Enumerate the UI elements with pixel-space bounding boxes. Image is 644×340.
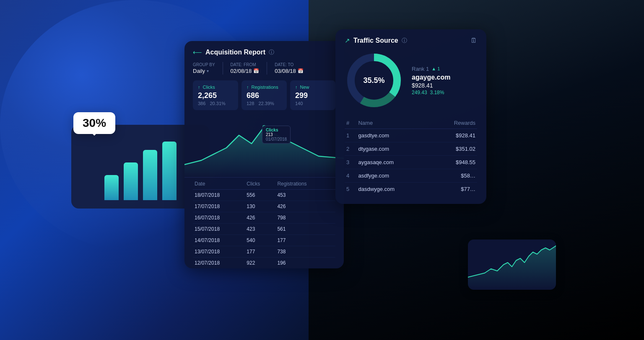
line-chart-svg bbox=[184, 110, 344, 177]
cell-name: dtygase.com bbox=[356, 142, 431, 156]
cell-rewards: $58… bbox=[431, 169, 477, 183]
col-num: # bbox=[345, 117, 356, 129]
donut-section: 35.5% Rank 1 ▲ 1 agayge.com $928.41 249.… bbox=[345, 51, 477, 110]
domain-sub: 249.43 3.18% bbox=[412, 90, 477, 95]
filter-date-to-label: Date: To bbox=[275, 62, 304, 67]
stats-row: ↑ Clicks 2,265 386 20.31% ↑ Registration… bbox=[193, 80, 335, 110]
cell-clicks: 540 bbox=[245, 235, 275, 246]
calendar-icon-to: 📅 bbox=[298, 68, 304, 74]
acq-header: ⟵ Acquisition Report ⓘ bbox=[193, 49, 335, 56]
stat-name-reg: Registrations bbox=[252, 85, 278, 90]
cell-num: 1 bbox=[345, 129, 356, 142]
donut-chart-wrap: 35.5% bbox=[345, 51, 403, 110]
cell-num: 5 bbox=[345, 183, 356, 196]
filter-date-from-value[interactable]: 02/08/18 📅 bbox=[231, 68, 260, 74]
mini-chart-svg bbox=[468, 240, 556, 290]
stat-name-new: New bbox=[300, 85, 309, 90]
bar-4 bbox=[162, 142, 177, 200]
donut-center-label: 35.5% bbox=[363, 76, 384, 85]
chevron-down-icon: ▾ bbox=[207, 69, 209, 73]
cell-date: 18/07/2018 bbox=[193, 190, 245, 201]
acq-table: Date Clicks Registrations 18/07/2018 556… bbox=[184, 177, 344, 268]
percent-value: 30% bbox=[83, 116, 106, 129]
table-row: 2 dtygase.com $351.02 bbox=[345, 142, 477, 156]
rank-change: ▲ 1 bbox=[431, 66, 440, 71]
calendar-icon-from: 📅 bbox=[253, 68, 259, 74]
filter-group-by: Group by Daily ▾ bbox=[193, 62, 215, 74]
rank-label: Rank 1 bbox=[412, 66, 429, 72]
stat-value-clicks: 2,265 bbox=[198, 91, 233, 100]
cell-clicks: 426 bbox=[245, 212, 275, 224]
bar-3 bbox=[143, 150, 157, 200]
acq-filters: Group by Daily ▾ Date: From 02/08/18 📅 D… bbox=[193, 62, 335, 75]
traffic-data-table: # Name Rewards 1 gasdtye.com $928.412 dt… bbox=[345, 117, 477, 196]
cell-date: 17/07/2018 bbox=[193, 201, 245, 212]
line-chart-area: Clicks 213 01/07/2018 bbox=[184, 110, 344, 177]
filter-group-by-value[interactable]: Daily ▾ bbox=[193, 68, 215, 74]
stat-header-reg: ↑ Registrations bbox=[247, 85, 282, 90]
table-row: 14/07/2018 540 177 bbox=[193, 235, 335, 246]
cell-date: 12/07/2018 bbox=[193, 258, 245, 269]
arrow-up-icon-clicks: ↑ bbox=[198, 85, 200, 90]
traffic-title: Traffic Source bbox=[353, 37, 398, 44]
cell-rewards: $77… bbox=[431, 183, 477, 196]
cell-clicks: 423 bbox=[245, 224, 275, 235]
cell-name: gasdtye.com bbox=[356, 129, 431, 142]
stat-value-new: 299 bbox=[295, 91, 330, 100]
filter-divider-1 bbox=[223, 62, 223, 75]
bar-1 bbox=[104, 175, 119, 200]
table-row: 12/07/2018 922 196 bbox=[193, 258, 335, 269]
table-row: 16/07/2018 426 798 bbox=[193, 212, 335, 224]
cell-name: aygasaqe.com bbox=[356, 156, 431, 169]
stat-name-clicks: Clicks bbox=[203, 85, 215, 90]
acquisition-report-card: ⟵ Acquisition Report ⓘ Group by Daily ▾ … bbox=[184, 41, 344, 268]
table-row: 18/07/2018 556 453 bbox=[193, 190, 335, 201]
arrow-up-icon-new: ↑ bbox=[295, 85, 298, 90]
table-row: 3 aygasaqe.com $948.55 bbox=[345, 156, 477, 169]
col-registrations: Registrations bbox=[275, 178, 335, 190]
stat-value-reg: 686 bbox=[247, 91, 282, 100]
domain-value: $928.41 bbox=[412, 82, 477, 89]
table-row: 5 dasdwyge.com $77… bbox=[345, 183, 477, 196]
cell-reg: 196 bbox=[275, 258, 335, 269]
filter-date-to-value[interactable]: 03/08/18 📅 bbox=[275, 68, 304, 74]
table-row: 17/07/2018 130 426 bbox=[193, 201, 335, 212]
bar-2 bbox=[124, 162, 138, 200]
percent-bubble: 30% bbox=[73, 112, 115, 134]
cell-name: asdfyge.com bbox=[356, 169, 431, 183]
stat-card-registrations: ↑ Registrations 686 128 22.39% bbox=[242, 80, 287, 110]
traffic-info-icon: ⓘ bbox=[402, 37, 407, 44]
cell-rewards: $948.55 bbox=[431, 156, 477, 169]
traffic-calendar-button[interactable]: 🗓 bbox=[470, 37, 477, 44]
cell-reg: 738 bbox=[275, 246, 335, 258]
cell-reg: 798 bbox=[275, 212, 335, 224]
traffic-table: # Name Rewards 1 gasdtye.com $928.412 dt… bbox=[345, 117, 477, 196]
stat-card-clicks: ↑ Clicks 2,265 386 20.31% bbox=[193, 80, 238, 110]
cell-name: dasdwyge.com bbox=[356, 183, 431, 196]
table-row: 1 gasdtye.com $928.41 bbox=[345, 129, 477, 142]
stat-sub-clicks: 386 20.31% bbox=[198, 101, 233, 106]
col-date: Date bbox=[193, 178, 245, 190]
cell-reg: 453 bbox=[275, 190, 335, 201]
svg-point-0 bbox=[262, 125, 266, 129]
filter-divider-2 bbox=[267, 62, 267, 75]
share-icon-traffic: ↗ bbox=[345, 37, 350, 44]
cell-rewards: $928.41 bbox=[431, 129, 477, 142]
bar-wrap-1 bbox=[104, 142, 119, 200]
col-name: Name bbox=[356, 117, 431, 129]
bar-wrap-3 bbox=[143, 142, 157, 200]
acq-title: Acquisition Report bbox=[205, 49, 265, 56]
cell-reg: 561 bbox=[275, 224, 335, 235]
cell-clicks: 130 bbox=[245, 201, 275, 212]
stat-header-new: ↑ New bbox=[295, 85, 330, 90]
rank-row: Rank 1 ▲ 1 bbox=[412, 66, 477, 72]
cell-num: 4 bbox=[345, 169, 356, 183]
cell-date: 16/07/2018 bbox=[193, 212, 245, 224]
traffic-source-card: ↗ Traffic Source ⓘ 🗓 35.5% Rank 1 ▲ 1 bbox=[335, 29, 486, 204]
stat-sub-reg: 128 22.39% bbox=[247, 101, 282, 106]
acq-data-table: Date Clicks Registrations 18/07/2018 556… bbox=[193, 178, 335, 268]
domain-name: agayge.com bbox=[412, 74, 477, 81]
stat-header-clicks: ↑ Clicks bbox=[198, 85, 233, 90]
cell-clicks: 922 bbox=[245, 258, 275, 269]
filter-date-from-label: Date: From bbox=[231, 62, 260, 67]
